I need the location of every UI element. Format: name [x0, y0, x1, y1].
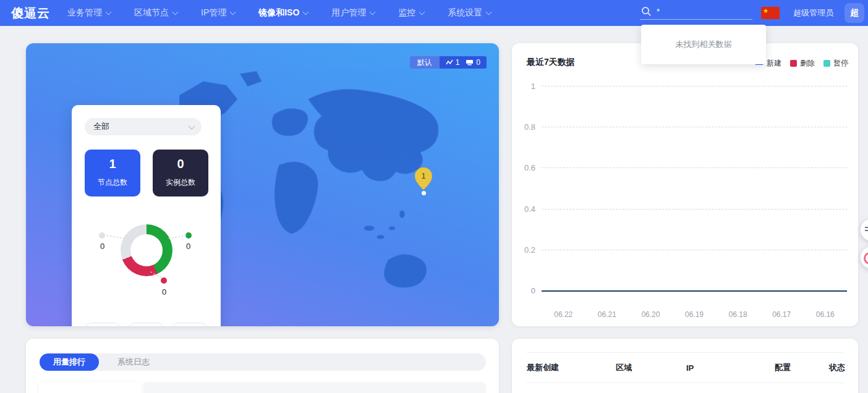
instance-count: 0	[476, 58, 480, 67]
chevron-down-icon	[106, 9, 112, 15]
column-header-3: 状态	[829, 362, 845, 373]
grid-line	[542, 127, 847, 127]
grid-line	[542, 250, 847, 250]
tab-system-log[interactable]: 系统日志	[117, 357, 150, 368]
chart-legend-1[interactable]: 删除	[790, 58, 815, 69]
nav-item-0[interactable]: 业务管理	[67, 7, 111, 19]
nav-item-2[interactable]: IP管理	[201, 7, 235, 19]
y-tick-label: 0.2	[512, 245, 535, 254]
stat-instance-total: 0 实例总数	[153, 150, 208, 196]
status-pill-1[interactable]: 关机	[127, 323, 165, 326]
y-tick-label: 0.8	[512, 122, 535, 132]
server-icon	[466, 59, 474, 66]
donut-connector	[106, 235, 125, 239]
x-tick-label: 06.22	[542, 310, 585, 319]
map-pin-tip-dot	[422, 191, 426, 195]
grid-line	[542, 86, 847, 87]
status-pill-2[interactable]: 未知	[171, 323, 208, 326]
map-badge-counts: 1 0	[440, 56, 487, 69]
stat-instance-label: 实例总数	[153, 177, 208, 188]
stat-instance-value: 0	[153, 157, 208, 171]
y-tick-label: 1	[512, 82, 535, 91]
support-fab[interactable]	[861, 247, 868, 269]
seven-day-chart-card: 最近7天数据 新建删除暂停 06.2206.2106.2006.1906.180…	[512, 43, 858, 326]
global-search[interactable]: *	[640, 6, 752, 20]
node-count: 1	[456, 58, 460, 67]
chevron-down-icon	[419, 9, 425, 15]
latest-title: 最新创建	[527, 362, 616, 373]
pulse-icon	[446, 59, 453, 66]
chevron-down-icon	[188, 122, 195, 129]
latest-created-card: 最新创建 区域IP配置状态	[512, 339, 858, 393]
legend-marker-icon	[823, 60, 830, 67]
search-dropdown: 未找到相关数据	[641, 25, 766, 64]
tab-usage-ranking[interactable]: 用量排行	[40, 353, 99, 371]
x-tick-label: 06.17	[760, 310, 804, 319]
map-pin-icon[interactable]: 1	[415, 167, 432, 190]
overview-panel: 全部 1 节点总数 0 实例总数 0 0 0 开机关机未知	[72, 105, 221, 326]
donut-dot-off	[161, 277, 167, 284]
chevron-down-icon	[303, 9, 309, 15]
y-tick-label: 0.6	[512, 163, 535, 172]
help-fab[interactable]	[861, 219, 868, 241]
map-pin-count: 1	[422, 172, 426, 180]
column-header-2: 配置	[775, 362, 829, 373]
column-header-0: 区域	[616, 362, 686, 373]
usage-chart-panel	[143, 382, 486, 393]
region-select-value: 全部	[93, 121, 109, 132]
stat-node-value: 1	[85, 157, 140, 171]
status-legend: 开机关机未知	[72, 323, 221, 326]
nav-item-1[interactable]: 区域节点	[134, 7, 177, 19]
chart-legend: 新建删除暂停	[755, 58, 848, 69]
map-region-badge[interactable]: 默认 1 0	[410, 56, 487, 69]
usage-card: 用量排行系统日志	[26, 339, 499, 393]
chevron-down-icon	[230, 9, 236, 15]
x-tick-label: 06.20	[629, 310, 673, 319]
chevron-down-icon	[370, 9, 376, 15]
map-card: 默认 1 0 1 全部 1 节点总数 0 实例总数	[26, 43, 499, 326]
chevron-down-icon	[486, 9, 492, 15]
username-label: 超级管理员	[793, 7, 833, 19]
donut-hole	[130, 234, 163, 266]
china-flag-icon[interactable]: ★	[761, 7, 780, 19]
stat-node-label: 节点总数	[85, 177, 140, 188]
search-no-result-text: 未找到相关数据	[676, 39, 732, 50]
chevron-down-icon	[172, 9, 179, 15]
chart-legend-2[interactable]: 暂停	[823, 58, 848, 69]
nav-right: * ★ 超级管理员 超	[640, 0, 868, 26]
nav-item-6[interactable]: 系统设置	[448, 7, 491, 19]
avatar[interactable]: 超	[845, 3, 864, 23]
donut-value-unknown: 0	[100, 242, 104, 251]
usage-list-panel	[39, 382, 142, 393]
x-tick-label: 06.16	[803, 310, 847, 319]
region-select[interactable]: 全部	[85, 118, 202, 135]
usage-tabs: 用量排行系统日志	[40, 353, 486, 371]
donut-dot-unknown	[99, 232, 105, 239]
top-nav: 傻逼云 业务管理区域节点IP管理镜像和ISO用户管理监控系统设置 * ★ 超级管…	[0, 0, 868, 26]
x-axis-labels: 06.2206.2106.2006.1906.1806.1706.16	[542, 310, 847, 319]
nav-item-4[interactable]: 用户管理	[331, 7, 375, 19]
x-tick-label: 06.21	[585, 310, 629, 319]
nav-item-3[interactable]: 镜像和ISO	[258, 7, 308, 19]
brand-logo[interactable]: 傻逼云	[11, 5, 50, 22]
y-tick-label: 0	[512, 286, 535, 295]
column-header-1: IP	[686, 363, 775, 373]
search-input[interactable]: *	[657, 7, 660, 17]
grid-line	[542, 167, 847, 168]
map-badge-label[interactable]: 默认	[410, 56, 440, 69]
grid-line	[542, 209, 847, 209]
x-tick-label: 06.18	[716, 310, 760, 319]
zero-data-line	[542, 290, 847, 292]
search-icon	[641, 6, 652, 17]
latest-table-header: 最新创建 区域IP配置状态	[527, 352, 843, 383]
chart-title: 最近7天数据	[527, 57, 575, 68]
nav-menu: 业务管理区域节点IP管理镜像和ISO用户管理监控系统设置	[67, 7, 491, 19]
x-tick-label: 06.19	[673, 310, 717, 319]
y-tick-label: 0.4	[512, 204, 535, 213]
donut-value-on: 0	[186, 242, 190, 251]
donut-value-off: 0	[162, 287, 166, 297]
status-pill-0[interactable]: 开机	[84, 323, 122, 326]
nav-item-5[interactable]: 监控	[398, 7, 424, 19]
stat-node-total: 1 节点总数	[85, 150, 140, 196]
donut-connector	[168, 235, 187, 239]
